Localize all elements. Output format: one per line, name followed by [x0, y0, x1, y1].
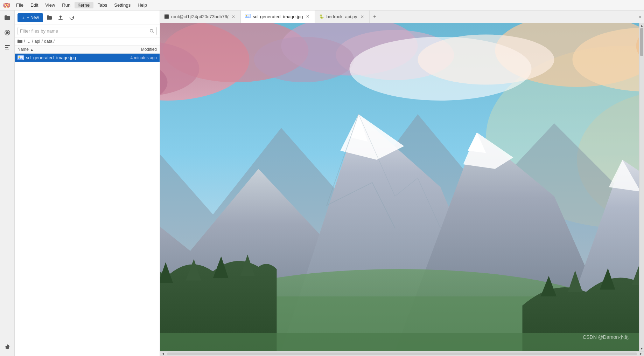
h-scroll-track[interactable] [167, 352, 637, 355]
app-logo [3, 1, 10, 9]
image-tab-icon [245, 14, 251, 19]
breadcrumb-ellipsis[interactable]: … [26, 39, 30, 44]
activity-running[interactable] [1, 27, 13, 39]
tab-image-close[interactable]: ✕ [305, 14, 310, 19]
breadcrumb-sep2: / [42, 39, 43, 44]
tab-terminal-label: root@ct1jt24p420c73bdb76( [171, 14, 229, 19]
scroll-down-button[interactable]: ▼ [639, 346, 644, 351]
refresh-button[interactable] [67, 13, 77, 22]
new-button[interactable]: + + New [18, 13, 43, 22]
breadcrumb: / … / api / data / [15, 37, 160, 46]
file-name: sd_generated_image.jpg [26, 55, 131, 60]
svg-point-5 [6, 32, 8, 34]
menu-view[interactable]: View [42, 2, 58, 8]
breadcrumb-data[interactable]: data / [44, 39, 55, 44]
col-modified-header[interactable]: Modified [111, 47, 157, 52]
svg-rect-57 [160, 333, 639, 351]
upload-button[interactable] [56, 13, 65, 22]
menu-run[interactable]: Run [59, 2, 73, 8]
image-viewer: CSDN @Damon小龙 [160, 23, 639, 351]
menu-file[interactable]: File [13, 2, 26, 8]
menu-bar: File Edit View Run Kernel Tabs Settings … [0, 0, 644, 11]
scroll-right-button[interactable]: ► [638, 351, 643, 356]
sidebar-toolbar: + + New [15, 11, 160, 25]
tab-terminal-close[interactable]: ✕ [231, 14, 236, 20]
file-item[interactable]: sd_generated_image.jpg 4 minutes ago [15, 54, 160, 62]
tab-overflow-button[interactable]: » [636, 11, 644, 23]
scroll-track[interactable] [639, 28, 644, 346]
svg-point-14 [19, 56, 20, 58]
tab-terminal[interactable]: ⬛ root@ct1jt24p420c73bdb76( ✕ [160, 11, 241, 23]
scroll-thumb[interactable] [640, 28, 643, 56]
col-name-header[interactable]: Name ▲ [18, 47, 111, 52]
tab-python[interactable]: 🐍 bedrock_api.py ✕ [315, 11, 369, 23]
tab-python-label: bedrock_api.py [326, 14, 357, 19]
svg-point-31 [418, 35, 554, 85]
scroll-up-button[interactable]: ▲ [639, 23, 644, 28]
activity-bar [0, 11, 15, 356]
breadcrumb-sep1: / [32, 39, 33, 44]
scroll-left-button[interactable]: ◄ [161, 351, 166, 356]
editor-area: ⬛ root@ct1jt24p420c73bdb76( ✕ sd_generat… [160, 11, 644, 356]
svg-point-10 [150, 29, 153, 32]
mountain-landscape [160, 23, 639, 351]
menu-tabs[interactable]: Tabs [95, 2, 110, 8]
search-input[interactable] [20, 28, 149, 34]
sidebar: + + New [15, 11, 160, 356]
file-list: sd_generated_image.jpg 4 minutes ago [15, 54, 160, 356]
horizontal-scrollbar[interactable]: ◄ ► [160, 351, 644, 356]
svg-point-16 [246, 15, 247, 16]
tab-bar: ⬛ root@ct1jt24p420c73bdb76( ✕ sd_generat… [160, 11, 644, 23]
python-tab-icon: 🐍 [319, 14, 324, 19]
breadcrumb-api[interactable]: api [35, 39, 40, 44]
search-input-wrap[interactable] [18, 27, 157, 35]
plus-icon: + [22, 15, 25, 21]
main-container: + + New [0, 11, 644, 356]
search-bar [15, 25, 160, 37]
svg-rect-9 [58, 19, 63, 20]
menu-help[interactable]: Help [135, 2, 150, 8]
menu-edit[interactable]: Edit [28, 2, 41, 8]
svg-rect-7 [5, 47, 8, 48]
open-folder-button[interactable] [44, 13, 54, 22]
tab-image[interactable]: sd_generated_image.jpg ✕ [241, 11, 315, 23]
tab-python-close[interactable]: ✕ [359, 14, 365, 20]
activity-extensions[interactable] [1, 341, 13, 353]
svg-rect-15 [245, 14, 251, 18]
menu-settings[interactable]: Settings [111, 2, 133, 8]
tab-image-label: sd_generated_image.jpg [253, 14, 303, 19]
image-file-icon [18, 55, 24, 60]
new-tab-button[interactable]: + [370, 11, 380, 23]
svg-point-0 [6, 4, 8, 6]
terminal-tab-icon: ⬛ [164, 14, 169, 19]
folder-icon [18, 39, 22, 43]
svg-line-11 [153, 32, 154, 33]
svg-point-26 [254, 37, 354, 82]
svg-rect-6 [5, 45, 10, 46]
search-icon [149, 29, 154, 34]
menu-kernel[interactable]: Kernel [75, 2, 93, 8]
sort-arrow-icon: ▲ [30, 48, 34, 52]
breadcrumb-root[interactable]: / [24, 39, 25, 44]
file-list-header: Name ▲ Modified [15, 46, 160, 54]
vertical-scrollbar[interactable]: ▲ ▼ [639, 23, 644, 351]
activity-toc[interactable] [1, 41, 13, 53]
file-modified: 4 minutes ago [131, 55, 157, 60]
svg-rect-8 [5, 49, 9, 49]
activity-files[interactable] [1, 12, 13, 24]
